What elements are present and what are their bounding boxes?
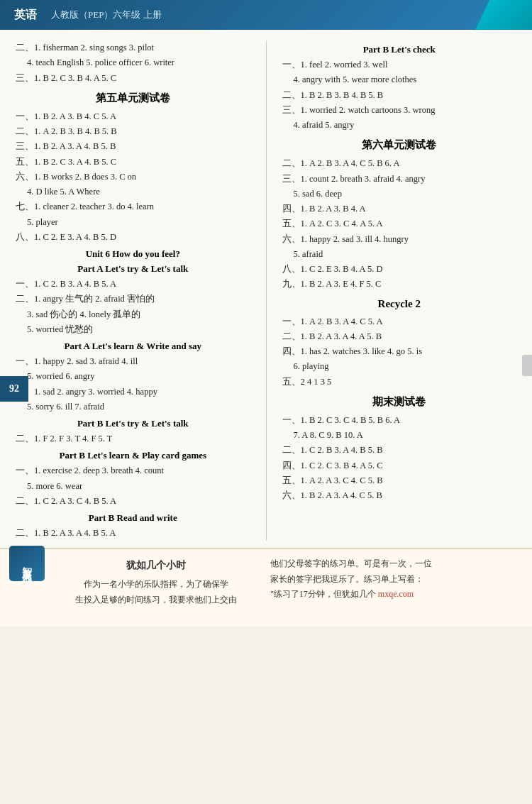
left-column: 二、1. fisherman 2. sing songs 3. pilot 4.… — [14, 40, 252, 541]
l16: 5. worried 忧愁的 — [14, 322, 252, 337]
unit6-title: Unit 6 How do you feel? — [14, 248, 252, 260]
r17: 四、1. has 2. watches 3. like 4. go 5. is — [281, 344, 519, 359]
r13: 八、1. C 2. E 3. B 4. A 5. D — [281, 262, 519, 277]
edition-label: 人教版（PEP）六年级 上册 — [51, 9, 162, 21]
r20: 一、1. B 2. C 3. C 4. B 5. B 6. A — [281, 413, 519, 428]
partb-learn: Part B Let's learn & Play card games — [14, 450, 252, 461]
l25: 二、1. B 2. A 3. A 4. B 5. A — [14, 526, 252, 541]
l20: 5. sorry 6. ill 7. afraid — [14, 400, 252, 414]
l23: 5. more 6. wear — [14, 479, 252, 494]
r21: 7. A 8. C 9. B 10. A — [281, 428, 519, 443]
badge-text: 智趣天地 — [9, 546, 45, 581]
header-accent — [475, 0, 532, 30]
l21: 二、1. F 2. F 3. T 4. F 5. T — [14, 431, 252, 446]
r6: 二、1. A 2. B 3. A 4. C 5. B 6. A — [281, 156, 519, 171]
left-line-2: 4. teach English 5. police officer 6. wr… — [14, 55, 252, 70]
l13: 一、1. C 2. B 3. A 4. B 5. A — [14, 277, 252, 292]
page-number: 92 — [0, 376, 28, 402]
l15: 3. sad 伤心的 4. lonely 孤单的 — [14, 307, 252, 322]
main-content: 二、1. fisherman 2. sing songs 3. pilot 4.… — [0, 30, 532, 548]
subject-label: 英语 — [14, 8, 37, 23]
section-6: 第六单元测试卷 — [281, 138, 519, 152]
recycle2: Recycle 2 — [281, 298, 519, 310]
r2: 4. angry with 5. wear more clothes — [281, 72, 519, 87]
zhiqutd-badge: 智趣天地 — [7, 542, 46, 581]
l4: 一、1. B 2. A 3. B 4. C 5. A — [14, 109, 252, 124]
r10: 五、1. A 2. C 3. C 4. A 5. A — [281, 216, 519, 231]
l17: 一、1. happy 2. sad 3. afraid 4. ill — [14, 354, 252, 369]
partb-check: Part B Let's check — [281, 44, 519, 55]
r9: 四、1. B 2. A 3. B 4. A — [281, 202, 519, 216]
left-line-1: 二、1. fisherman 2. sing songs 3. pilot — [14, 40, 252, 55]
r23: 四、1. C 2. C 3. B 4. A 5. C — [281, 458, 519, 473]
l8: 六、1. B works 2. B does 3. C on — [14, 170, 252, 185]
partb-read: Part B Read and write — [14, 512, 252, 524]
r15: 一、1. A 2. B 3. A 4. C 5. A — [281, 314, 519, 329]
l22: 一、1. exercise 2. deep 3. breath 4. count — [14, 463, 252, 478]
r22: 二、1. C 2. B 3. A 4. B 5. B — [281, 443, 519, 458]
watermark-inline: mxqe.com — [378, 589, 414, 599]
bottom-right-text: 他们父母签字的练习单。可是有一次，一位 家长的签字把我逗乐了。练习单上写着： "… — [270, 556, 518, 619]
l24: 二、1. C 2. A 3. C 4. B 5. A — [14, 494, 252, 509]
r24: 五、1. A 2. A 3. C 4. C 5. B — [281, 473, 519, 488]
l19: 二、1. sad 2. angry 3. worried 4. happy — [14, 385, 252, 400]
parta-try: Part A Let's try & Let's talk — [14, 263, 252, 275]
l5: 二、1. A 2. B 3. B 4. B 5. B — [14, 124, 252, 139]
r7: 三、1. count 2. breath 3. afraid 4. angry — [281, 172, 519, 187]
r14: 九、1. B 2. A 3. E 4. F 5. C — [281, 277, 519, 292]
section-5: 第五单元测试卷 — [14, 92, 252, 105]
r19: 五、2 4 1 3 5 — [281, 375, 519, 390]
r1: 一、1. feel 2. worried 3. well — [281, 57, 519, 72]
l6: 三、1. B 2. A 3. A 4. B 5. B — [14, 139, 252, 154]
left-line-3: 三、1. B 2. C 3. B 4. A 5. C — [14, 71, 252, 86]
right-column: Part B Let's check 一、1. feel 2. worried … — [266, 40, 519, 541]
parta-learn: Part A Let's learn & Write and say — [14, 341, 252, 352]
r5: 4. afraid 5. angry — [281, 118, 519, 133]
l18: 5. worried 6. angry — [14, 369, 252, 384]
l10: 七、1. cleaner 2. teacher 3. do 4. learn — [14, 199, 252, 214]
l7: 五、1. B 2. C 3. A 4. B 5. C — [14, 155, 252, 170]
r11: 六、1. happy 2. sad 3. ill 4. hungry — [281, 232, 519, 247]
page-header: 英语 人教版（PEP）六年级 上册 — [0, 0, 532, 30]
l11: 5. player — [14, 215, 252, 230]
r16: 二、1. B 2. A 3. A 4. A 5. B — [281, 329, 519, 344]
bottom-left-body: 作为一名小学的乐队指挥，为了确保学生投入足够的时间练习，我要求他们上交由 — [53, 577, 260, 607]
r3: 二、1. B 2. B 3. B 4. B 5. B — [281, 88, 519, 103]
l14: 二、1. angry 生气的 2. afraid 害怕的 — [14, 292, 252, 307]
scroll-indicator[interactable] — [522, 355, 532, 376]
r25: 六、1. B 2. A 3. A 4. C 5. B — [281, 488, 519, 503]
r8: 5. sad 6. deep — [281, 187, 519, 202]
bottom-left-text: 犹如几个小时 作为一名小学的乐队指挥，为了确保学生投入足够的时间练习，我要求他们… — [14, 556, 260, 619]
bottom-title: 犹如几个小时 — [53, 556, 260, 574]
partb-try: Part B Let's try & Let's talk — [14, 418, 252, 429]
l12: 八、1. C 2. E 3. A 4. B 5. D — [14, 230, 252, 245]
l9: 4. D like 5. A Where — [14, 185, 252, 199]
r4: 三、1. worried 2. watch cartoons 3. wrong — [281, 103, 519, 118]
final-exam: 期末测试卷 — [281, 395, 519, 409]
bottom-section: 智趣天地 犹如几个小时 作为一名小学的乐队指挥，为了确保学生投入足够的时间练习，… — [0, 548, 532, 626]
r12: 5. afraid — [281, 247, 519, 262]
r18: 6. playing — [281, 359, 519, 374]
